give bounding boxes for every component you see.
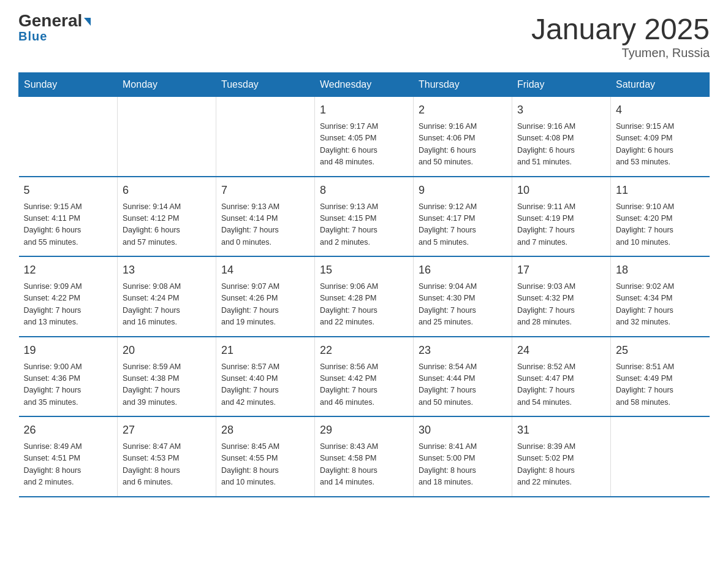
day-number: 5	[24, 182, 113, 199]
calendar-cell: 7Sunrise: 9:13 AMSunset: 4:14 PMDaylight…	[216, 177, 315, 257]
calendar-cell	[611, 416, 710, 497]
day-number: 10	[517, 182, 605, 199]
calendar-cell: 17Sunrise: 9:03 AMSunset: 4:32 PMDayligh…	[512, 256, 611, 337]
calendar-cell: 6Sunrise: 9:14 AMSunset: 4:12 PMDaylight…	[118, 177, 216, 257]
calendar-cell: 30Sunrise: 8:41 AMSunset: 5:00 PMDayligh…	[414, 416, 512, 497]
calendar-cell: 28Sunrise: 8:45 AMSunset: 4:55 PMDayligh…	[216, 416, 315, 497]
calendar-cell: 13Sunrise: 9:08 AMSunset: 4:24 PMDayligh…	[118, 256, 216, 337]
day-info: Sunrise: 9:06 AMSunset: 4:28 PMDaylight:…	[320, 281, 408, 329]
day-info: Sunrise: 8:56 AMSunset: 4:42 PMDaylight:…	[320, 361, 408, 409]
day-number: 29	[320, 422, 408, 439]
page-header: General Blue January 2025 Tyumen, Russia	[18, 12, 710, 60]
day-info: Sunrise: 8:52 AMSunset: 4:47 PMDaylight:…	[517, 361, 605, 409]
title-block: January 2025 Tyumen, Russia	[531, 12, 710, 60]
calendar-cell: 20Sunrise: 8:59 AMSunset: 4:38 PMDayligh…	[118, 337, 216, 417]
day-info: Sunrise: 9:12 AMSunset: 4:17 PMDaylight:…	[419, 201, 507, 249]
calendar-cell	[19, 97, 118, 177]
logo-blue: Blue	[18, 29, 47, 44]
day-info: Sunrise: 9:03 AMSunset: 4:32 PMDaylight:…	[517, 281, 605, 329]
calendar-cell: 8Sunrise: 9:13 AMSunset: 4:15 PMDaylight…	[315, 177, 414, 257]
day-info: Sunrise: 9:15 AMSunset: 4:09 PMDaylight:…	[616, 121, 705, 169]
calendar-week-3: 12Sunrise: 9:09 AMSunset: 4:22 PMDayligh…	[19, 256, 710, 337]
day-info: Sunrise: 8:57 AMSunset: 4:40 PMDaylight:…	[221, 361, 309, 409]
calendar-cell: 29Sunrise: 8:43 AMSunset: 4:58 PMDayligh…	[315, 416, 414, 497]
day-info: Sunrise: 9:04 AMSunset: 4:30 PMDaylight:…	[419, 281, 507, 329]
day-info: Sunrise: 9:02 AMSunset: 4:34 PMDaylight:…	[616, 281, 705, 329]
calendar-week-2: 5Sunrise: 9:15 AMSunset: 4:11 PMDaylight…	[19, 177, 710, 257]
calendar-cell: 24Sunrise: 8:52 AMSunset: 4:47 PMDayligh…	[512, 337, 611, 417]
day-number: 13	[123, 262, 211, 278]
calendar-cell: 18Sunrise: 9:02 AMSunset: 4:34 PMDayligh…	[611, 256, 710, 337]
calendar-cell: 11Sunrise: 9:10 AMSunset: 4:20 PMDayligh…	[611, 177, 710, 257]
day-info: Sunrise: 9:17 AMSunset: 4:05 PMDaylight:…	[320, 121, 408, 169]
day-info: Sunrise: 8:47 AMSunset: 4:53 PMDaylight:…	[123, 441, 211, 489]
calendar-cell: 2Sunrise: 9:16 AMSunset: 4:06 PMDaylight…	[414, 97, 512, 177]
day-number: 1	[320, 102, 408, 118]
calendar-cell: 1Sunrise: 9:17 AMSunset: 4:05 PMDaylight…	[315, 97, 414, 177]
calendar-cell: 31Sunrise: 8:39 AMSunset: 5:02 PMDayligh…	[512, 416, 611, 497]
day-info: Sunrise: 9:13 AMSunset: 4:14 PMDaylight:…	[221, 201, 309, 249]
day-number: 11	[616, 182, 705, 199]
day-info: Sunrise: 8:43 AMSunset: 4:58 PMDaylight:…	[320, 441, 408, 489]
calendar-table: SundayMondayTuesdayWednesdayThursdayFrid…	[18, 72, 710, 497]
day-info: Sunrise: 9:10 AMSunset: 4:20 PMDaylight:…	[616, 201, 705, 249]
calendar-cell: 15Sunrise: 9:06 AMSunset: 4:28 PMDayligh…	[315, 256, 414, 337]
calendar-header: SundayMondayTuesdayWednesdayThursdayFrid…	[19, 73, 710, 97]
calendar-cell	[118, 97, 216, 177]
day-number: 8	[320, 182, 408, 199]
day-header-saturday: Saturday	[611, 73, 710, 97]
day-info: Sunrise: 8:51 AMSunset: 4:49 PMDaylight:…	[616, 361, 705, 409]
day-number: 22	[320, 342, 408, 359]
day-info: Sunrise: 9:11 AMSunset: 4:19 PMDaylight:…	[517, 201, 605, 249]
calendar-week-1: 1Sunrise: 9:17 AMSunset: 4:05 PMDaylight…	[19, 97, 710, 177]
day-number: 24	[517, 342, 605, 359]
day-info: Sunrise: 9:08 AMSunset: 4:24 PMDaylight:…	[123, 281, 211, 329]
day-number: 31	[517, 422, 605, 439]
calendar-cell: 19Sunrise: 9:00 AMSunset: 4:36 PMDayligh…	[19, 337, 118, 417]
day-number: 26	[24, 422, 113, 439]
day-info: Sunrise: 9:16 AMSunset: 4:08 PMDaylight:…	[517, 121, 605, 169]
calendar-cell: 9Sunrise: 9:12 AMSunset: 4:17 PMDaylight…	[414, 177, 512, 257]
day-header-wednesday: Wednesday	[315, 73, 414, 97]
calendar-cell: 12Sunrise: 9:09 AMSunset: 4:22 PMDayligh…	[19, 256, 118, 337]
day-number: 16	[419, 262, 507, 278]
day-info: Sunrise: 8:39 AMSunset: 5:02 PMDaylight:…	[517, 441, 605, 489]
day-info: Sunrise: 9:13 AMSunset: 4:15 PMDaylight:…	[320, 201, 408, 249]
day-header-monday: Monday	[118, 73, 216, 97]
calendar-cell: 5Sunrise: 9:15 AMSunset: 4:11 PMDaylight…	[19, 177, 118, 257]
day-info: Sunrise: 9:16 AMSunset: 4:06 PMDaylight:…	[419, 121, 507, 169]
logo: General Blue	[18, 12, 91, 44]
day-header-tuesday: Tuesday	[216, 73, 315, 97]
day-number: 12	[24, 262, 113, 278]
day-number: 14	[221, 262, 309, 278]
day-number: 30	[419, 422, 507, 439]
calendar-cell: 26Sunrise: 8:49 AMSunset: 4:51 PMDayligh…	[19, 416, 118, 497]
calendar-cell: 3Sunrise: 9:16 AMSunset: 4:08 PMDaylight…	[512, 97, 611, 177]
day-info: Sunrise: 8:59 AMSunset: 4:38 PMDaylight:…	[123, 361, 211, 409]
day-number: 9	[419, 182, 507, 199]
day-info: Sunrise: 9:00 AMSunset: 4:36 PMDaylight:…	[24, 361, 113, 409]
calendar-cell	[216, 97, 315, 177]
day-number: 17	[517, 262, 605, 278]
day-info: Sunrise: 8:45 AMSunset: 4:55 PMDaylight:…	[221, 441, 309, 489]
day-number: 18	[616, 262, 705, 278]
day-info: Sunrise: 9:15 AMSunset: 4:11 PMDaylight:…	[24, 201, 113, 249]
day-info: Sunrise: 8:41 AMSunset: 5:00 PMDaylight:…	[419, 441, 507, 489]
day-number: 7	[221, 182, 309, 199]
main-title: January 2025	[531, 12, 710, 46]
day-number: 6	[123, 182, 211, 199]
day-number: 23	[419, 342, 507, 359]
day-info: Sunrise: 9:07 AMSunset: 4:26 PMDaylight:…	[221, 281, 309, 329]
day-info: Sunrise: 9:14 AMSunset: 4:12 PMDaylight:…	[123, 201, 211, 249]
day-number: 25	[616, 342, 705, 359]
calendar-cell: 23Sunrise: 8:54 AMSunset: 4:44 PMDayligh…	[414, 337, 512, 417]
day-number: 3	[517, 102, 605, 118]
day-number: 15	[320, 262, 408, 278]
day-info: Sunrise: 9:09 AMSunset: 4:22 PMDaylight:…	[24, 281, 113, 329]
day-header-sunday: Sunday	[19, 73, 118, 97]
calendar-cell: 10Sunrise: 9:11 AMSunset: 4:19 PMDayligh…	[512, 177, 611, 257]
calendar-cell: 22Sunrise: 8:56 AMSunset: 4:42 PMDayligh…	[315, 337, 414, 417]
day-number: 28	[221, 422, 309, 439]
calendar-body: 1Sunrise: 9:17 AMSunset: 4:05 PMDaylight…	[19, 97, 710, 497]
day-number: 19	[24, 342, 113, 359]
